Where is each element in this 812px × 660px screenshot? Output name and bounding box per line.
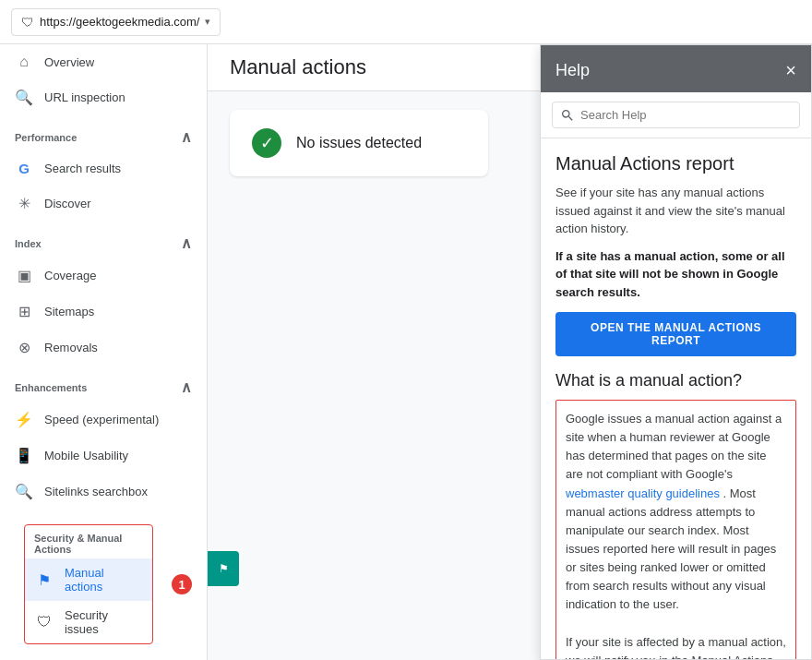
help-search-bar bbox=[541, 92, 811, 138]
search-icon: 🔍 bbox=[15, 89, 33, 106]
sidebar-label-sitelinks: Sitelinks searchbox bbox=[44, 485, 148, 498]
sidebar-item-discover[interactable]: ✳ Discover bbox=[0, 186, 207, 222]
g-icon: G bbox=[15, 161, 33, 176]
sidebar-label-url-inspection: URL inspection bbox=[44, 90, 125, 104]
sidebar-item-url-inspection[interactable]: 🔍 URL inspection bbox=[0, 79, 207, 115]
help-close-button[interactable]: × bbox=[785, 60, 796, 81]
shield-icon: 🛡 bbox=[21, 15, 34, 30]
help-section-1-bold: If a site has a manual action, some or a… bbox=[555, 247, 796, 302]
sidebar-item-overview[interactable]: ⌂ Overview bbox=[0, 44, 207, 79]
main-layout: ⌂ Overview 🔍 URL inspection Performance … bbox=[0, 44, 812, 660]
security-section-header: Security & Manual Actions ⚑ Manual actio… bbox=[0, 510, 207, 652]
chevron-icon: ▾ bbox=[205, 16, 210, 28]
page-title: Manual actions bbox=[230, 55, 366, 78]
check-circle-icon: ✓ bbox=[252, 128, 281, 158]
help-section-1-title: Manual Actions report bbox=[555, 153, 796, 174]
sidebar-label-mobile: Mobile Usability bbox=[44, 449, 128, 462]
help-body: Manual Actions report See if your site h… bbox=[541, 138, 811, 660]
sidebar-label-security-issues: Security issues bbox=[65, 608, 141, 636]
collapse-index-icon[interactable]: ∧ bbox=[181, 234, 192, 252]
sidebar-label-removals: Removals bbox=[44, 341, 98, 354]
no-issues-card: ✓ No issues detected bbox=[230, 110, 488, 176]
help-box: Google issues a manual action against a … bbox=[555, 400, 796, 660]
help-search-input[interactable] bbox=[552, 102, 800, 128]
open-report-button[interactable]: OPEN THE MANUAL ACTIONS REPORT bbox=[555, 312, 796, 356]
help-section-1-desc: See if your site has any manual actions … bbox=[555, 184, 796, 238]
index-section-header: Index ∧ bbox=[0, 222, 207, 258]
sidebar-label-search-results: Search results bbox=[44, 162, 121, 175]
sidebar-label-manual-actions: Manual actions bbox=[65, 566, 141, 594]
enhancements-section-header: Enhancements ∧ bbox=[0, 366, 207, 402]
security-section-label: Security & Manual Actions bbox=[25, 525, 152, 558]
help-title: Help bbox=[555, 61, 590, 80]
sidebar-item-search-results[interactable]: G Search results bbox=[0, 151, 207, 186]
sitemaps-icon: ⊞ bbox=[15, 303, 33, 320]
home-icon: ⌂ bbox=[15, 54, 33, 70]
collapse-enhancements-icon[interactable]: ∧ bbox=[181, 378, 192, 396]
badge-1: 1 bbox=[172, 574, 192, 594]
help-header: Help × bbox=[541, 45, 811, 92]
sidebar-item-speed[interactable]: ⚡ Speed (experimental) bbox=[0, 402, 207, 438]
sidebar-item-security-issues[interactable]: 🛡 Security issues bbox=[25, 601, 152, 643]
sidebar-item-sitelinks[interactable]: 🔍 Sitelinks searchbox bbox=[0, 474, 207, 510]
sidebar-item-manual-actions[interactable]: ⚑ Manual actions bbox=[25, 558, 152, 601]
removals-icon: ⊗ bbox=[15, 339, 33, 356]
sidebar: ⌂ Overview 🔍 URL inspection Performance … bbox=[0, 44, 208, 660]
sidebar-item-removals[interactable]: ⊗ Removals bbox=[0, 330, 207, 366]
coverage-icon: ▣ bbox=[15, 267, 33, 284]
performance-section-header: Performance ∧ bbox=[0, 115, 207, 151]
sidebar-label-coverage: Coverage bbox=[44, 269, 96, 282]
url-text: https://geektogeekmedia.com/ bbox=[40, 15, 199, 29]
sidebar-label-overview: Overview bbox=[44, 55, 94, 69]
help-panel: Help × Manual Actions report See if your… bbox=[540, 44, 812, 660]
main-content: Manual actions ✓ No issues detected ⚑ He… bbox=[208, 44, 812, 660]
mobile-icon: 📱 bbox=[15, 447, 33, 464]
help-section-2-title: What is a manual action? bbox=[555, 371, 796, 390]
shield-sidebar-icon: 🛡 bbox=[36, 614, 54, 630]
index-label: Index bbox=[15, 238, 42, 249]
enhancements-label: Enhancements bbox=[15, 382, 87, 393]
sidebar-label-discover: Discover bbox=[44, 197, 91, 210]
help-box-text2: . Most manual actions address attempts t… bbox=[566, 486, 776, 612]
collapse-performance-icon[interactable]: ∧ bbox=[181, 128, 192, 146]
speed-icon: ⚡ bbox=[15, 411, 33, 428]
security-group-box: Security & Manual Actions ⚑ Manual actio… bbox=[24, 524, 153, 644]
sitelinks-icon: 🔍 bbox=[15, 483, 33, 500]
help-box-text1: Google issues a manual action against a … bbox=[566, 412, 782, 481]
sidebar-item-sitemaps[interactable]: ⊞ Sitemaps bbox=[0, 294, 207, 330]
help-box-link[interactable]: webmaster quality guidelines bbox=[566, 486, 720, 500]
performance-label: Performance bbox=[15, 132, 77, 143]
asterisk-icon: ✳ bbox=[15, 195, 33, 212]
legacy-section-header: Legacy tools and reports ∨ bbox=[0, 652, 207, 660]
sidebar-item-coverage[interactable]: ▣ Coverage bbox=[0, 258, 207, 294]
flag-icon: ⚑ bbox=[36, 571, 54, 589]
sidebar-item-mobile[interactable]: 📱 Mobile Usability bbox=[0, 438, 207, 474]
sidebar-label-speed: Speed (experimental) bbox=[44, 413, 159, 426]
top-bar: 🛡 https://geektogeekmedia.com/ ▾ bbox=[0, 0, 812, 44]
help-box-text3: If your site is affected by a manual act… bbox=[566, 635, 786, 660]
sidebar-label-sitemaps: Sitemaps bbox=[44, 305, 94, 318]
no-issues-text: No issues detected bbox=[296, 135, 422, 151]
url-bar[interactable]: 🛡 https://geektogeekmedia.com/ ▾ bbox=[11, 8, 221, 36]
flag-button[interactable]: ⚑ bbox=[208, 551, 239, 586]
